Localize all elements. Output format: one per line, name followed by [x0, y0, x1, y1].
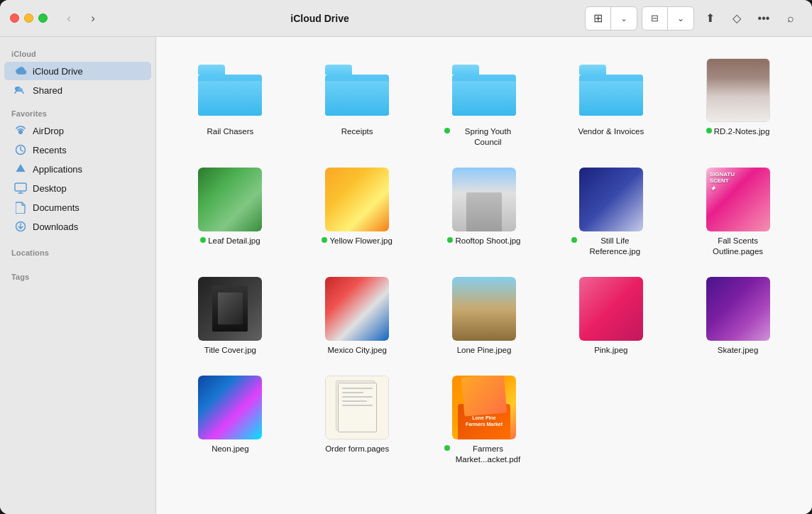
files-grid: Rail Chasers Receipts	[170, 51, 798, 471]
image-order-form	[325, 376, 389, 439]
list-item[interactable]: Receipts	[297, 51, 417, 153]
file-name: Rail Chasers	[207, 126, 253, 137]
file-name-row: RD.2-Notes.jpg	[706, 126, 770, 137]
file-thumbnail	[198, 277, 262, 341]
status-dot	[444, 445, 450, 451]
list-item[interactable]: Yellow Flower.jpg	[297, 160, 417, 263]
favorites-section-header: Favorites	[0, 104, 155, 121]
share-button[interactable]: ⬆	[698, 7, 721, 30]
tag-button[interactable]: ◇	[725, 7, 748, 30]
list-item[interactable]: RD.2-Notes.jpg	[678, 51, 798, 153]
file-name-row: Receipts	[341, 126, 373, 137]
file-thumbnail	[452, 168, 516, 231]
close-button[interactable]	[10, 13, 19, 23]
file-thumbnail	[198, 168, 262, 231]
file-name: Rooftop Shoot.jpg	[455, 236, 520, 246]
search-button[interactable]: ⌕	[779, 7, 802, 30]
more-button[interactable]: •••	[752, 7, 775, 30]
file-thumbnail	[325, 58, 389, 122]
file-thumbnail	[325, 277, 389, 341]
sidebar-item-icloud-drive[interactable]: iCloud Drive	[4, 62, 151, 80]
sidebar-item-downloads[interactable]: Downloads	[4, 217, 151, 236]
minimize-button[interactable]	[24, 13, 33, 23]
finder-window: ‹ › iCloud Drive ⊞ ⌄ ⊟ ⌄	[0, 0, 812, 514]
list-item[interactable]: Mexico City.jpeg	[297, 270, 417, 361]
image-mexico-city	[325, 277, 389, 341]
file-name: Yellow Flower.jpg	[329, 236, 392, 246]
file-name: Receipts	[341, 126, 373, 137]
folder-icon	[579, 65, 643, 116]
file-name: Title Cover.jpg	[204, 345, 256, 356]
list-item[interactable]: SIGNATUSCENT✦ Fall Scents Outline.pages	[678, 160, 798, 263]
file-name-row: Yellow Flower.jpg	[322, 236, 392, 246]
list-item[interactable]: Pink.jpeg	[551, 270, 671, 361]
status-dot	[447, 237, 453, 243]
sidebar-item-applications[interactable]: Applications	[4, 160, 151, 178]
svg-point-2	[18, 130, 23, 134]
file-thumbnail	[452, 58, 516, 122]
folder-icon	[325, 65, 389, 116]
status-dot	[444, 128, 450, 133]
chevron-down-icon-2: ⌄	[677, 13, 684, 23]
content-area: Rail Chasers Receipts	[156, 37, 812, 514]
document-icon	[14, 201, 27, 214]
list-view-button[interactable]: ⌄	[611, 7, 637, 30]
titlebar: ‹ › iCloud Drive ⊞ ⌄ ⊟ ⌄	[0, 0, 812, 37]
list-item[interactable]: Leaf Detail.jpg	[170, 160, 290, 263]
column-view-button[interactable]: ⊟	[642, 7, 668, 30]
grid-icon: ⊞	[593, 11, 603, 25]
desktop-icon	[14, 182, 27, 195]
list-item[interactable]: Lone PineFarmers Market Farmers Market..…	[424, 368, 544, 471]
svg-rect-4	[15, 183, 26, 191]
sidebar-item-shared[interactable]: Shared	[4, 81, 151, 99]
file-name: Spring Youth Council	[452, 126, 523, 148]
clock-icon	[14, 143, 27, 156]
file-name-row: Title Cover.jpg	[204, 345, 256, 356]
list-item[interactable]: Rail Chasers	[170, 51, 290, 153]
file-thumbnail	[325, 168, 389, 231]
list-item[interactable]: Vendor & Invoices	[551, 51, 671, 153]
list-item[interactable]: Lone Pine.jpeg	[424, 270, 544, 361]
window-title: iCloud Drive	[55, 13, 585, 24]
file-name: Leaf Detail.jpg	[208, 236, 260, 246]
sidebar-item-airdrop-label: AirDrop	[33, 126, 64, 136]
sidebar-item-shared-label: Shared	[33, 85, 62, 96]
icloud-section-header: iCloud	[0, 44, 155, 61]
maximize-button[interactable]	[38, 13, 48, 23]
tags-section-header: Tags	[0, 267, 155, 284]
file-name-row: Leaf Detail.jpg	[200, 236, 260, 246]
sidebar-item-airdrop[interactable]: AirDrop	[4, 121, 151, 140]
grid-view-button[interactable]: ⊞	[586, 7, 611, 30]
list-item[interactable]: Title Cover.jpg	[170, 270, 290, 361]
sidebar-item-recents[interactable]: Recents	[4, 141, 151, 159]
column-icon: ⊟	[651, 13, 659, 23]
file-thumbnail	[198, 58, 262, 122]
image-neon	[198, 376, 262, 439]
file-thumbnail: Lone PineFarmers Market	[452, 376, 516, 439]
list-item[interactable]: Still Life Reference.jpg	[551, 160, 671, 263]
sidebar-item-desktop[interactable]: Desktop	[4, 179, 151, 197]
list-item[interactable]: Neon.jpeg	[170, 368, 290, 471]
list-item[interactable]: Skater.jpeg	[678, 270, 798, 361]
file-name-row: Rail Chasers	[207, 126, 253, 137]
sidebar-item-documents[interactable]: Documents	[4, 198, 151, 217]
image-farmers: Lone PineFarmers Market	[452, 376, 516, 439]
share-icon: ⬆	[706, 11, 715, 25]
sidebar-item-applications-label: Applications	[33, 164, 82, 175]
list-item[interactable]: Spring Youth Council	[424, 51, 544, 153]
gallery-view-button[interactable]: ⌄	[668, 7, 693, 30]
file-thumbnail	[706, 58, 770, 122]
chevron-down-icon: ⌄	[620, 13, 627, 23]
file-name: Vendor & Invoices	[578, 126, 644, 137]
file-name: Order form.pages	[325, 444, 389, 454]
file-name-row: Rooftop Shoot.jpg	[447, 236, 520, 246]
file-name-row: Vendor & Invoices	[578, 126, 644, 137]
toolbar-right: ⊞ ⌄ ⊟ ⌄ ⬆ ◇ •••	[585, 6, 802, 31]
file-name: Fall Scents Outline.pages	[703, 236, 774, 257]
view-toggle-group-2: ⊟ ⌄	[642, 6, 694, 31]
list-item[interactable]: Order form.pages	[297, 368, 417, 471]
list-item[interactable]: Rooftop Shoot.jpg	[424, 160, 544, 263]
file-name-row: Farmers Market...acket.pdf	[444, 444, 523, 465]
image-skater	[706, 277, 770, 341]
file-name: Pink.jpeg	[594, 345, 627, 356]
